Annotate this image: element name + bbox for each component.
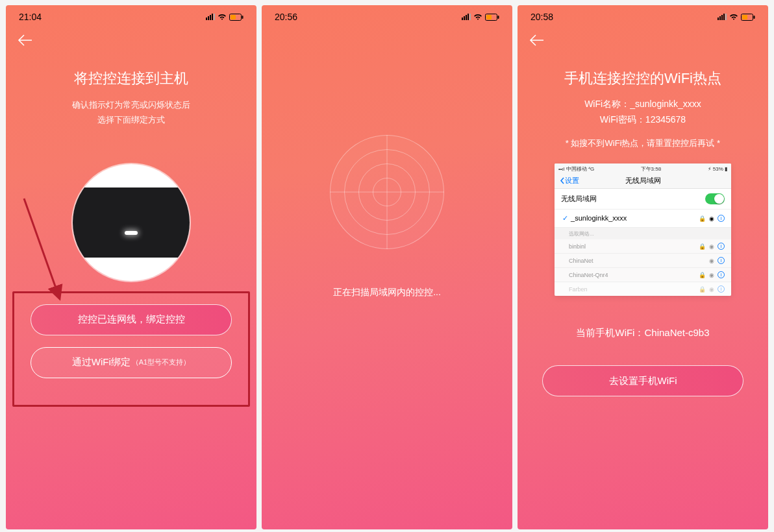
svg-rect-15 [498, 16, 499, 19]
ios-time: 下午3:58 [641, 165, 662, 173]
scan-status-text: 正在扫描局域网内的控控... [262, 287, 512, 298]
info-icon: i [718, 271, 725, 278]
wifi-icon [729, 14, 738, 20]
wifi-icon [473, 14, 482, 20]
ios-selected-network-row: ✓ _sunloginkk_xxxx 🔒 ◉ i [555, 210, 731, 228]
ios-network-row: binbinl 🔒◉i [555, 239, 731, 254]
svg-rect-10 [464, 16, 465, 20]
svg-rect-23 [754, 16, 755, 19]
go-to-wifi-settings-button[interactable]: 去设置手机WiFi [542, 365, 743, 396]
info-icon: i [718, 285, 725, 293]
svg-rect-4 [214, 14, 215, 20]
wifi-signal-icon: ◉ [709, 215, 714, 222]
page-title: 手机连接控控的WiFi热点 [533, 69, 753, 88]
status-icons [206, 14, 243, 21]
page-title: 将控控连接到主机 [21, 69, 241, 88]
page-subtitle: 确认指示灯为常亮或闪烁状态后 选择下面绑定方式 [21, 97, 241, 128]
status-icons [718, 14, 755, 21]
device-illustration [73, 164, 190, 281]
ios-network-row: ChinaNet ◉i [555, 254, 731, 268]
status-time: 21:04 [19, 12, 42, 22]
go-to-wifi-settings-label: 去设置手机WiFi [609, 375, 677, 387]
svg-rect-16 [486, 15, 492, 19]
current-wifi-info: 当前手机WiFi：ChinaNet-c9b3 [533, 327, 753, 339]
ios-wifi-toggle-row: 无线局域网 [555, 189, 731, 210]
phone-screen-wifi-setup: 20:58 手机连接控控的WiFi热点 WiFi名称：_sunloginkk_x… [518, 5, 768, 529]
signal-icon [462, 14, 471, 20]
wifi-hint-text: * 如搜不到WiFi热点，请重置控控后再试 * [533, 138, 753, 149]
wifi-icon [218, 14, 227, 20]
lock-icon: 🔒 [699, 272, 706, 278]
svg-rect-2 [210, 15, 211, 20]
status-time: 20:58 [531, 12, 553, 22]
wifi-name-info: WiFi名称：_sunloginkk_xxxx [533, 99, 753, 110]
battery-icon [741, 14, 755, 21]
lock-icon: 🔒 [699, 286, 706, 293]
svg-rect-6 [242, 16, 243, 19]
svg-rect-24 [742, 15, 747, 19]
status-bar: 21:04 [6, 5, 256, 25]
bind-via-cable-button[interactable]: 控控已连网线，绑定控控 [31, 304, 232, 335]
signal-icon [206, 14, 215, 20]
status-bar: 20:58 [518, 5, 768, 25]
ios-row-icons: 🔒 ◉ i [699, 215, 725, 222]
lock-icon: 🔒 [699, 243, 706, 250]
status-bar: 20:56 [262, 5, 512, 25]
bind-via-wifi-sublabel: （A1型号不支持） [132, 357, 190, 367]
ios-carrier: ••ıl 中国移动 ⁴G [558, 165, 594, 173]
svg-rect-17 [718, 18, 719, 20]
ios-network-row: Farben 🔒◉i [555, 282, 731, 296]
wifi-signal-icon: ◉ [709, 243, 714, 250]
ios-wifi-settings-illustration: ••ıl 中国移动 ⁴G 下午3:58 ⚡︎ 53% ▮ 设置 无线局域网 无线… [555, 163, 731, 296]
wifi-signal-icon: ◉ [709, 272, 714, 278]
wifi-signal-icon: ◉ [709, 258, 714, 264]
back-arrow-icon [529, 34, 545, 47]
svg-rect-9 [462, 18, 463, 20]
ios-network-row: ChinaNet-Qnr4 🔒◉i [555, 268, 731, 282]
info-icon: i [718, 257, 725, 264]
lock-icon: 🔒 [699, 215, 706, 222]
svg-rect-0 [206, 18, 207, 20]
info-icon: i [718, 215, 725, 222]
ios-nav-title: 无线局域网 [555, 176, 731, 186]
signal-icon [718, 14, 727, 20]
svg-rect-7 [231, 15, 236, 19]
phone-screen-bind: 21:04 将控控连接到主机 确认指示灯为常亮或闪烁状态后 选择下面绑定方式 控… [6, 5, 256, 529]
status-time: 20:56 [275, 12, 297, 22]
wifi-signal-icon: ◉ [709, 286, 714, 293]
bind-via-cable-label: 控控已连网线，绑定控控 [78, 313, 185, 326]
ios-section-label: 选取网络... [555, 228, 731, 239]
radar-scanner [262, 135, 512, 249]
svg-rect-20 [723, 14, 725, 20]
svg-rect-21 [725, 14, 727, 20]
back-button[interactable] [518, 25, 556, 56]
svg-rect-18 [719, 16, 721, 20]
phone-screen-scanning: 20:56 正在扫描局域网内的控控... [262, 5, 512, 529]
info-icon: i [718, 243, 725, 250]
ios-battery: ⚡︎ 53% ▮ [708, 166, 727, 172]
svg-rect-19 [721, 15, 723, 20]
svg-rect-1 [208, 16, 209, 20]
wifi-password-info: WiFi密码：12345678 [533, 114, 753, 126]
bind-via-wifi-label: 通过WiFi绑定 [72, 356, 131, 369]
ios-toggle-on-icon [705, 193, 725, 204]
battery-icon [485, 14, 499, 21]
svg-rect-13 [469, 14, 471, 20]
status-icons [462, 14, 499, 21]
svg-rect-11 [466, 15, 467, 20]
back-button[interactable] [6, 25, 45, 56]
svg-rect-3 [212, 14, 213, 20]
svg-rect-12 [468, 14, 469, 20]
bind-via-wifi-button[interactable]: 通过WiFi绑定 （A1型号不支持） [31, 347, 232, 378]
back-arrow-icon [18, 34, 33, 47]
battery-icon [229, 14, 243, 21]
